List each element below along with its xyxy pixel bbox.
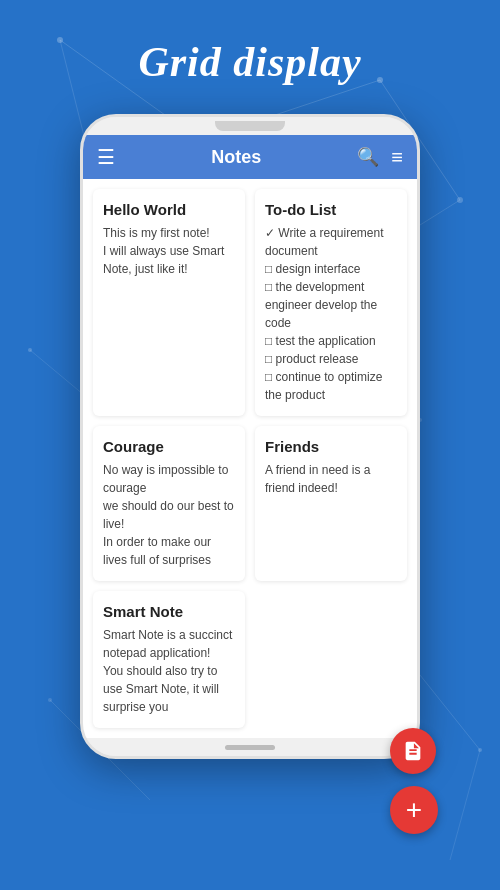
note-card-courage[interactable]: Courage No way is impossible to couragew…: [93, 426, 245, 581]
header-actions: 🔍 ≡: [357, 146, 403, 169]
filter-icon[interactable]: ≡: [391, 146, 403, 169]
note-fab-button[interactable]: [390, 728, 436, 774]
home-indicator: [225, 745, 275, 750]
phone-notch: [215, 121, 285, 131]
note-title: Hello World: [103, 201, 235, 218]
page-title: Grid display: [0, 0, 500, 114]
app-title: Notes: [125, 147, 347, 168]
note-card-friends[interactable]: Friends A friend in need is a friend ind…: [255, 426, 407, 581]
note-title: Smart Note: [103, 603, 235, 620]
note-title: To-do List: [265, 201, 397, 218]
note-card-smart-note[interactable]: Smart Note Smart Note is a succinct note…: [93, 591, 245, 728]
app-header: ☰ Notes 🔍 ≡: [83, 135, 417, 179]
note-title: Friends: [265, 438, 397, 455]
add-fab-button[interactable]: +: [390, 786, 438, 834]
phone-frame: ☰ Notes 🔍 ≡ Hello World This is my first…: [80, 114, 420, 759]
note-card-hello-world[interactable]: Hello World This is my first note!I will…: [93, 189, 245, 416]
empty-cell: [255, 591, 407, 728]
notes-grid: Hello World This is my first note!I will…: [83, 179, 417, 738]
note-title: Courage: [103, 438, 235, 455]
phone-mockup: ☰ Notes 🔍 ≡ Hello World This is my first…: [0, 114, 500, 759]
note-body: Smart Note is a succinct notepad applica…: [103, 626, 235, 716]
note-card-todo[interactable]: To-do List ✓ Write a requirement documen…: [255, 189, 407, 416]
note-body: ✓ Write a requirement document □ design …: [265, 224, 397, 404]
phone-notch-bar: [83, 117, 417, 135]
phone-bottom-bar: [83, 738, 417, 756]
search-icon[interactable]: 🔍: [357, 146, 379, 169]
menu-icon[interactable]: ☰: [97, 145, 115, 169]
note-body: This is my first note!I will always use …: [103, 224, 235, 278]
svg-line-10: [450, 750, 480, 860]
fab-area: +: [390, 728, 438, 834]
note-body: A friend in need is a friend indeed!: [265, 461, 397, 497]
add-icon: +: [406, 796, 422, 824]
note-body: No way is impossible to couragewe should…: [103, 461, 235, 569]
